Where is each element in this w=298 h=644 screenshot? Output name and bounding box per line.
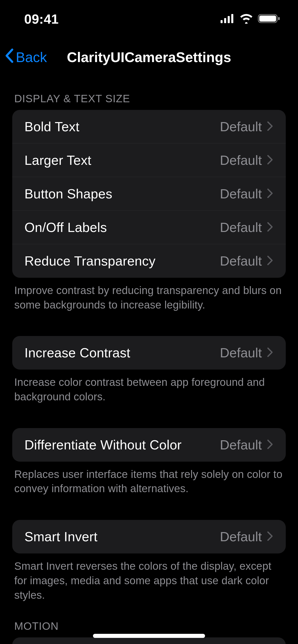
row-value: Default	[220, 345, 262, 360]
status-icons	[221, 13, 280, 25]
row-label: Button Shapes	[24, 186, 112, 201]
row-larger-text[interactable]: Larger Text Default	[12, 143, 286, 177]
group-display-text-size: Bold Text Default Larger Text Default Bu…	[12, 110, 286, 278]
battery-icon	[258, 13, 280, 25]
chevron-right-icon	[267, 188, 273, 199]
status-bar: 09:41	[0, 0, 298, 38]
svg-rect-0	[221, 20, 223, 23]
chevron-right-icon	[267, 255, 273, 267]
chevron-right-icon	[267, 347, 273, 358]
row-on-off-labels[interactable]: On/Off Labels Default	[12, 211, 286, 244]
row-label: Smart Invert	[24, 529, 98, 544]
chevron-right-icon	[267, 439, 273, 450]
row-increase-contrast[interactable]: Increase Contrast Default	[12, 336, 286, 370]
row-reduce-motion[interactable]: Reduce Motion Default	[12, 637, 286, 644]
row-label: Increase Contrast	[24, 345, 130, 360]
row-value: Default	[220, 186, 262, 201]
row-reduce-transparency[interactable]: Reduce Transparency Default	[12, 244, 286, 278]
back-button[interactable]: Back	[5, 48, 47, 67]
content-scroll[interactable]: DISPLAY & TEXT SIZE Bold Text Default La…	[0, 84, 298, 644]
svg-rect-3	[231, 14, 233, 23]
row-value: Default	[220, 437, 262, 452]
row-label: Reduce Transparency	[24, 253, 155, 269]
chevron-left-icon	[5, 48, 14, 67]
svg-rect-1	[224, 18, 226, 23]
chevron-right-icon	[267, 531, 273, 542]
row-differentiate-without-color[interactable]: Differentiate Without Color Default	[12, 428, 286, 462]
section-header-motion: MOTION	[0, 602, 298, 637]
chevron-right-icon	[267, 121, 273, 132]
row-label: Larger Text	[24, 153, 91, 168]
row-bold-text[interactable]: Bold Text Default	[12, 110, 286, 143]
row-smart-invert[interactable]: Smart Invert Default	[12, 520, 286, 553]
group-differentiate-without-color: Differentiate Without Color Default	[12, 428, 286, 462]
svg-rect-2	[228, 16, 230, 23]
back-label: Back	[16, 49, 47, 65]
svg-rect-6	[278, 17, 280, 20]
svg-rect-5	[259, 16, 276, 22]
row-value: Default	[220, 220, 262, 235]
section-footer-increase-contrast: Increase color contrast between app fore…	[0, 370, 298, 404]
row-value: Default	[220, 153, 262, 168]
row-value: Default	[220, 253, 262, 269]
wifi-icon	[239, 13, 253, 25]
home-indicator[interactable]	[93, 634, 205, 638]
group-motion: Reduce Motion Default	[12, 637, 286, 644]
navigation-bar: Back ClarityUICameraSettings	[0, 41, 298, 74]
row-label: Bold Text	[24, 119, 79, 134]
section-header-display-text-size: DISPLAY & TEXT SIZE	[0, 84, 298, 110]
chevron-right-icon	[267, 222, 273, 233]
section-footer-differentiate-without-color: Replaces user interface items that rely …	[0, 462, 298, 496]
group-increase-contrast: Increase Contrast Default	[12, 336, 286, 370]
group-smart-invert: Smart Invert Default	[12, 520, 286, 553]
section-footer-display-text-size: Improve contrast by reducing transparenc…	[0, 278, 298, 312]
status-time: 09:41	[24, 11, 59, 27]
row-value: Default	[220, 529, 262, 544]
row-label: Differentiate Without Color	[24, 437, 182, 452]
section-footer-smart-invert: Smart Invert reverses the colors of the …	[0, 553, 298, 602]
row-label: On/Off Labels	[24, 220, 107, 235]
row-button-shapes[interactable]: Button Shapes Default	[12, 177, 286, 211]
cellular-icon	[221, 14, 235, 24]
chevron-right-icon	[267, 155, 273, 166]
row-value: Default	[220, 119, 262, 134]
